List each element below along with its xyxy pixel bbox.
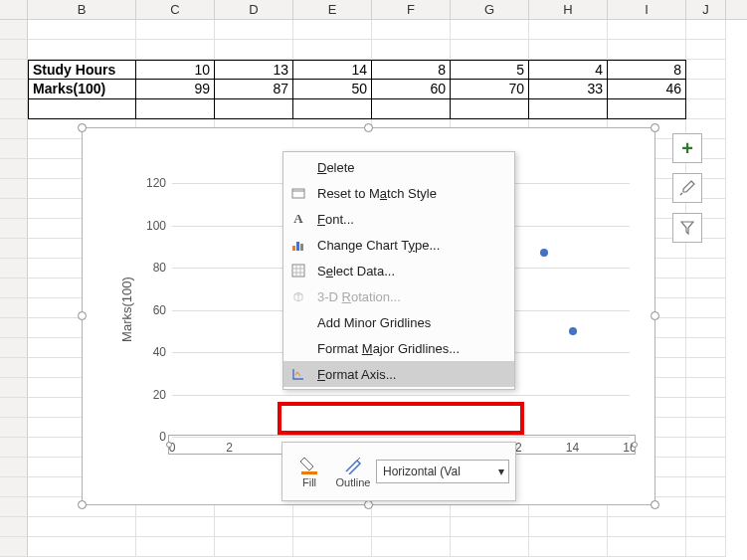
y-tick: 40	[153, 345, 166, 359]
brush-icon	[679, 180, 695, 196]
col-header-E[interactable]: E	[293, 0, 372, 19]
fill-label: Fill	[302, 476, 316, 488]
font-icon: A	[289, 211, 307, 227]
svg-rect-3	[300, 244, 303, 251]
mini-toolbar: Fill Outline Horizontal (Val ▾	[281, 442, 516, 501]
col-header-H[interactable]: H	[529, 0, 608, 19]
chart-styles-button[interactable]	[672, 173, 702, 203]
format-axis-icon	[289, 367, 307, 381]
svg-rect-5	[301, 471, 317, 474]
cube-icon	[289, 289, 307, 303]
y-tick: 20	[153, 388, 166, 402]
chart-filters-button[interactable]	[672, 213, 702, 243]
data-point[interactable]	[569, 327, 577, 335]
y-tick: 100	[146, 219, 166, 233]
y-axis-label[interactable]: Marks(100)	[119, 277, 134, 342]
col-header-C[interactable]: C	[136, 0, 215, 19]
outline-icon	[343, 455, 363, 474]
chart-type-icon	[289, 238, 307, 252]
col-header-I[interactable]: I	[608, 0, 686, 19]
outline-button[interactable]: Outline	[332, 446, 374, 497]
chart-side-buttons: +	[672, 133, 702, 243]
filter-icon	[680, 221, 694, 235]
chart-element-selector[interactable]: Horizontal (Val ▾	[376, 460, 509, 483]
col-header-J[interactable]: J	[686, 0, 726, 19]
col-header-F[interactable]: F	[372, 0, 451, 19]
svg-rect-0	[292, 189, 304, 198]
context-menu: Delete Reset to Match Style A Font... Ch…	[282, 151, 515, 390]
outline-label: Outline	[336, 476, 371, 488]
col-header-D[interactable]: D	[215, 0, 293, 19]
svg-rect-1	[292, 246, 295, 251]
fill-button[interactable]: Fill	[288, 446, 330, 497]
fill-icon	[299, 455, 319, 474]
y-tick: 60	[153, 303, 166, 317]
y-tick: 120	[146, 176, 166, 190]
col-header-G[interactable]: G	[451, 0, 529, 19]
svg-rect-4	[292, 265, 304, 277]
reset-icon	[289, 186, 307, 200]
menu-3d-rotation: 3-D Rotation...	[283, 283, 514, 309]
data-point[interactable]	[540, 249, 548, 257]
menu-format-major-gridlines[interactable]: Format Major Gridlines...	[283, 335, 514, 361]
menu-add-minor-gridlines[interactable]: Add Minor Gridlines	[283, 309, 514, 335]
menu-reset-match-style[interactable]: Reset to Match Style	[283, 180, 514, 206]
col-header-B[interactable]: B	[28, 0, 136, 19]
y-tick: 80	[153, 261, 166, 275]
chart-elements-button[interactable]: +	[672, 133, 702, 163]
chevron-down-icon: ▾	[498, 465, 504, 478]
menu-format-axis[interactable]: Format Axis...	[283, 361, 514, 387]
menu-select-data[interactable]: Select Data...	[283, 258, 514, 283]
menu-font[interactable]: A Font...	[283, 206, 514, 232]
select-data-icon	[289, 264, 307, 278]
svg-rect-2	[296, 242, 299, 251]
y-tick: 0	[159, 430, 166, 444]
plus-icon: +	[681, 137, 693, 160]
column-headers: BCDEFGHIJ	[0, 0, 747, 20]
selector-value: Horizontal (Val	[383, 465, 461, 478]
menu-delete[interactable]: Delete	[283, 154, 514, 180]
menu-change-chart-type[interactable]: Change Chart Type...	[283, 232, 514, 258]
